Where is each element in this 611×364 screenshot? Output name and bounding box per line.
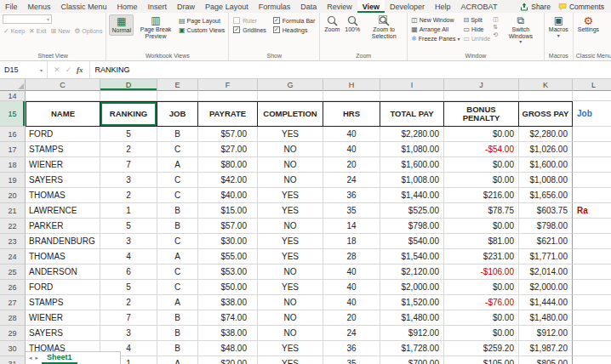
tab-developer[interactable]: Developer — [385, 0, 430, 13]
tab-acrobat[interactable]: ACROBAT — [456, 0, 503, 13]
row-header-15[interactable]: 15 — [0, 101, 26, 127]
formula-bar-checkbox[interactable]: ✓ — [273, 17, 280, 24]
settings-button[interactable]: ⚙ Settings — [576, 14, 601, 34]
column-header-E[interactable]: E — [157, 79, 198, 91]
cell-E24[interactable]: A — [157, 249, 198, 264]
cell-G21[interactable]: YES — [258, 203, 323, 219]
cell-H21[interactable]: 35 — [323, 203, 380, 219]
view-side-by-side-icon[interactable]: ◫ — [493, 16, 499, 23]
cell-K15[interactable]: GROSS PAY — [519, 101, 573, 127]
cell-H16[interactable]: 40 — [323, 127, 380, 142]
cell-F14[interactable] — [198, 91, 258, 101]
exit-sheet-view-button[interactable]: ✕Exit — [28, 27, 47, 35]
cell-K21[interactable]: $603.75 — [519, 203, 573, 219]
cell-I30[interactable]: $1,728.00 — [380, 341, 444, 356]
cell-H15[interactable]: HRS — [323, 101, 380, 127]
cell-L16[interactable] — [573, 127, 611, 142]
cell-J25[interactable]: -$106.00 — [444, 264, 519, 280]
zoom-to-selection-button[interactable]: Zoom to Selection — [363, 14, 404, 40]
cell-E23[interactable]: C — [157, 234, 198, 249]
cell-D16[interactable]: 5 — [100, 127, 157, 142]
cell-D19[interactable]: 3 — [100, 173, 157, 188]
custom-views-button[interactable]: ▣Custom Views — [178, 26, 226, 34]
cell-D22[interactable]: 5 — [100, 219, 157, 234]
cell-J16[interactable]: $0.00 — [444, 127, 519, 142]
switch-windows-button[interactable]: ⧉ Switch Windows ▾ — [500, 14, 541, 46]
cell-G17[interactable]: NO — [258, 142, 323, 157]
cell-F24[interactable]: $55.00 — [198, 249, 258, 264]
row-header-16[interactable]: 16 — [0, 127, 26, 142]
cell-I14[interactable] — [380, 91, 444, 101]
cell-E16[interactable]: B — [157, 127, 198, 142]
cell-H19[interactable]: 24 — [323, 173, 380, 188]
cell-C17[interactable]: STAMPS — [26, 142, 100, 157]
cell-D28[interactable]: 7 — [100, 310, 157, 326]
row-header-22[interactable]: 22 — [0, 219, 26, 234]
cell-C29[interactable]: SAYERS — [26, 326, 100, 341]
cell-K16[interactable]: $2,280.00 — [519, 127, 573, 142]
cell-E14[interactable] — [157, 91, 198, 101]
cell-E17[interactable]: C — [157, 142, 198, 157]
cell-L23[interactable] — [573, 234, 611, 249]
cell-E25[interactable]: C — [157, 264, 198, 280]
cell-C21[interactable]: LAWRENCE — [26, 203, 100, 219]
ruler-checkbox-item[interactable]: Ruler — [233, 17, 266, 24]
cell-F31[interactable]: $20.00 — [198, 356, 258, 364]
arrange-all-button[interactable]: ▦Arrange All — [410, 26, 460, 33]
cell-I29[interactable]: $912.00 — [380, 326, 444, 341]
page-break-preview-button[interactable]: ▥ Page Break Preview — [135, 14, 176, 40]
cell-L19[interactable] — [573, 173, 611, 188]
cell-F18[interactable]: $80.00 — [198, 157, 258, 173]
select-all-corner[interactable] — [0, 79, 26, 91]
cell-J22[interactable]: $0.00 — [444, 219, 519, 234]
tab-formulas[interactable]: Formulas — [254, 0, 296, 13]
formula-input[interactable]: RANKING — [90, 61, 611, 78]
cell-J20[interactable]: $216.00 — [444, 188, 519, 203]
new-window-button[interactable]: ◫New Window — [410, 16, 460, 24]
cell-I19[interactable]: $1,008.00 — [380, 173, 444, 188]
row-header-18[interactable]: 18 — [0, 157, 26, 173]
tab-review[interactable]: Review — [322, 0, 357, 13]
row-header-21[interactable]: 21 — [0, 203, 26, 219]
cell-F26[interactable]: $50.00 — [198, 280, 258, 295]
cell-F28[interactable]: $74.00 — [198, 310, 258, 326]
cell-H29[interactable]: 24 — [323, 326, 380, 341]
tab-draw[interactable]: Draw — [172, 0, 200, 13]
row-header-25[interactable]: 25 — [0, 264, 26, 280]
cell-H27[interactable]: 40 — [323, 295, 380, 310]
cell-F22[interactable]: $57.00 — [198, 219, 258, 234]
cell-C19[interactable]: SAYERS — [26, 173, 100, 188]
cell-H30[interactable]: 36 — [323, 341, 380, 356]
cell-G30[interactable]: YES — [258, 341, 323, 356]
cell-K30[interactable]: $1,987.20 — [519, 341, 573, 356]
cell-I16[interactable]: $2,280.00 — [380, 127, 444, 142]
cell-L21[interactable]: Ra — [573, 203, 611, 219]
cell-F16[interactable]: $57.00 — [198, 127, 258, 142]
hide-button[interactable]: ▭Hide — [462, 26, 491, 33]
cell-F19[interactable]: $42.00 — [198, 173, 258, 188]
cell-F15[interactable]: PAYRATE — [198, 101, 258, 127]
cell-D15[interactable]: RANKING — [100, 101, 157, 127]
cell-I26[interactable]: $2,000.00 — [380, 280, 444, 295]
cell-L20[interactable] — [573, 188, 611, 203]
cell-K14[interactable] — [519, 91, 573, 101]
cell-J14[interactable] — [444, 91, 519, 101]
cell-C24[interactable]: THOMAS — [26, 249, 100, 264]
cell-H14[interactable] — [323, 91, 380, 101]
tab-data[interactable]: Data — [295, 0, 322, 13]
row-header-23[interactable]: 23 — [0, 234, 26, 249]
cell-E28[interactable]: B — [157, 310, 198, 326]
synchronous-scrolling-icon[interactable]: ⇅ — [493, 24, 499, 31]
cell-H18[interactable]: 20 — [323, 157, 380, 173]
cell-J31[interactable]: $105.00 — [444, 356, 519, 364]
cell-G31[interactable]: YES — [258, 356, 323, 364]
cell-K26[interactable]: $2,000.00 — [519, 280, 573, 295]
cell-I22[interactable]: $798.00 — [380, 219, 444, 234]
macros-button[interactable]: ▣ Macros ▾ — [547, 14, 570, 39]
cell-G24[interactable]: YES — [258, 249, 323, 264]
cell-E31[interactable]: A — [157, 356, 198, 364]
cell-L27[interactable] — [573, 295, 611, 310]
tab-menus[interactable]: Menus — [23, 0, 56, 13]
ruler-checkbox[interactable] — [233, 17, 240, 24]
cell-J29[interactable]: $0.00 — [444, 326, 519, 341]
